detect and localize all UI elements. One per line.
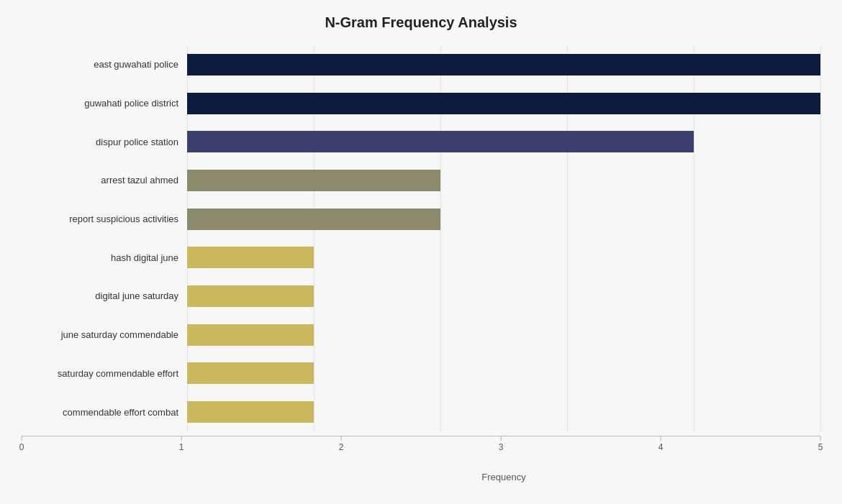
x-tick-line — [341, 436, 342, 441]
bar-label: commendable effort combat — [22, 397, 187, 427]
bar-fill — [187, 401, 314, 423]
bars-and-grid: east guwahati policeguwahati police dist… — [22, 45, 820, 431]
x-tick-label: 4 — [658, 442, 664, 452]
bar-row — [187, 88, 820, 119]
x-tick-line — [501, 436, 502, 441]
bar-label: guwahati police district — [22, 88, 187, 119]
bar-label: digital june saturday — [22, 281, 187, 311]
bar-label: dispur police station — [22, 127, 187, 157]
bar-fill — [187, 170, 440, 191]
bar-label: arrest tazul ahmed — [22, 165, 187, 196]
bar-row — [187, 204, 820, 234]
bar-row — [187, 242, 820, 272]
bar-row — [187, 281, 820, 311]
x-tick: 0 — [19, 436, 24, 452]
x-tick-label: 2 — [339, 442, 344, 452]
bar-label: report suspicious activities — [22, 204, 187, 234]
x-tick: 3 — [499, 436, 504, 452]
x-tick-label: 0 — [19, 442, 24, 452]
x-tick: 2 — [339, 436, 344, 452]
x-tick: 4 — [658, 436, 664, 452]
grid-line — [820, 45, 821, 431]
x-tick-label: 5 — [818, 442, 823, 452]
bar-fill — [187, 285, 314, 307]
x-axis-container: 012345 — [22, 436, 820, 457]
bar-row — [187, 165, 820, 196]
bar-row — [187, 127, 820, 157]
bar-label: june saturday commendable — [22, 320, 187, 350]
bar-fill — [187, 247, 314, 268]
x-tick-line — [661, 436, 661, 441]
bar-row — [187, 50, 820, 80]
x-axis-label: Frequency — [22, 472, 820, 482]
bar-row — [187, 397, 820, 427]
x-tick-line — [181, 436, 182, 441]
bar-row — [187, 320, 820, 350]
bar-fill — [187, 93, 820, 114]
x-tick: 1 — [179, 436, 184, 452]
bar-fill — [187, 131, 694, 152]
bar-fill — [187, 362, 314, 384]
labels-column: east guwahati policeguwahati police dist… — [22, 45, 187, 431]
x-tick-label: 1 — [179, 442, 184, 452]
bar-label: hash digital june — [22, 242, 187, 272]
x-tick-line — [820, 436, 821, 441]
bars-track — [187, 45, 820, 431]
chart-area: east guwahati policeguwahati police dist… — [22, 45, 820, 482]
bar-fill — [187, 54, 820, 75]
x-tick: 5 — [818, 436, 823, 452]
chart-body: east guwahati policeguwahati police dist… — [22, 45, 820, 482]
chart-title: N-Gram Frequency Analysis — [325, 14, 517, 31]
x-tick-label: 3 — [499, 442, 504, 452]
bar-fill — [187, 324, 314, 346]
bar-fill — [187, 209, 440, 230]
bar-row — [187, 358, 820, 388]
bar-label: east guwahati police — [22, 50, 187, 80]
bar-label: saturday commendable effort — [22, 358, 187, 388]
x-tick-line — [22, 436, 22, 441]
